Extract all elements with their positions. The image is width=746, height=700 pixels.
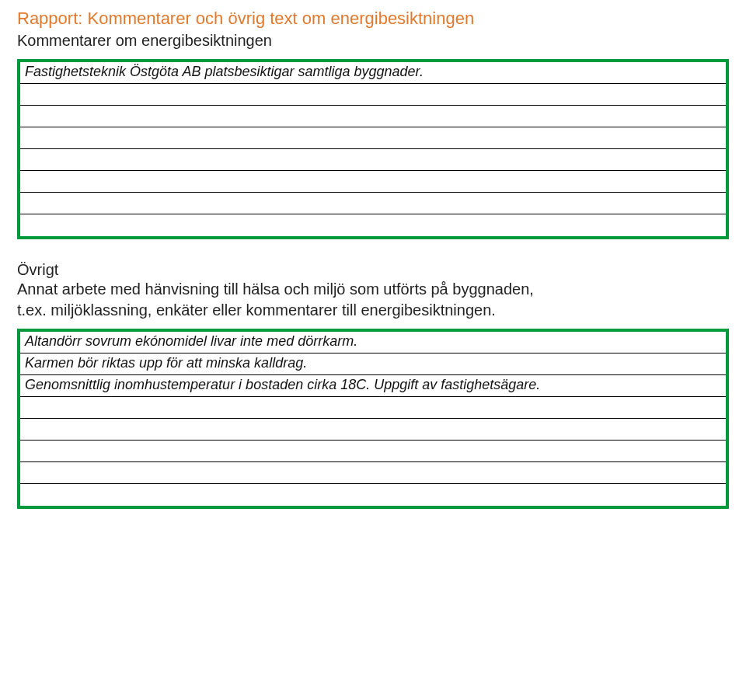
section-desc-line1: Annat arbete med hänvisning till hälsa o… (17, 280, 534, 298)
text-line: Genomsnittlig inomhustemperatur i bostad… (20, 375, 726, 397)
report-subtitle: Kommentarer om energibesiktningen (17, 32, 729, 50)
text-line: Karmen bör riktas upp för att minska kal… (20, 353, 726, 375)
text-line (20, 171, 726, 193)
text-line (20, 214, 726, 236)
comments-box-2: Altandörr sovrum ekónomidel livar inte m… (17, 329, 729, 509)
section-description: Annat arbete med hänvisning till hälsa o… (17, 279, 729, 321)
text-line (20, 193, 726, 214)
text-line (20, 484, 726, 506)
text-line (20, 149, 726, 171)
text-line: Fastighetsteknik Östgöta AB platsbesikti… (20, 62, 726, 84)
text-line (20, 419, 726, 441)
report-title: Rapport: Kommentarer och övrig text om e… (17, 8, 729, 30)
text-line (20, 84, 726, 106)
text-line (20, 441, 726, 462)
section-desc-line2: t.ex. miljöklassning, enkäter eller komm… (17, 301, 496, 319)
text-line (20, 106, 726, 127)
document-page: Rapport: Kommentarer och övrig text om e… (0, 0, 746, 509)
text-line: Altandörr sovrum ekónomidel livar inte m… (20, 332, 726, 353)
comments-box-1: Fastighetsteknik Östgöta AB platsbesikti… (17, 59, 729, 239)
text-line (20, 397, 726, 419)
text-line (20, 127, 726, 149)
section-heading-ovrigt: Övrigt (17, 261, 729, 279)
text-line (20, 462, 726, 484)
